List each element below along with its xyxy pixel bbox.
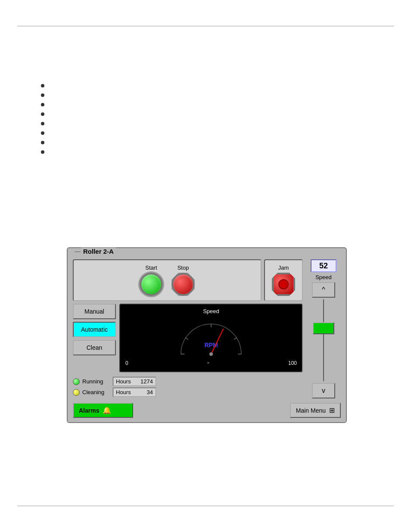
manual-button[interactable]: Manual — [73, 304, 116, 319]
bullet-8 — [41, 150, 44, 154]
bullet-3 — [41, 103, 44, 106]
alarms-label: Alarms — [79, 407, 99, 414]
jam-btn-inner — [278, 279, 289, 289]
running-hours-label: Hours — [116, 378, 131, 385]
start-stop-box: Start Stop — [73, 259, 262, 301]
gauge-max: 100 — [288, 360, 297, 366]
bullet-2 — [41, 93, 44, 97]
start-group: Start — [140, 264, 163, 296]
jam-box: Jam — [264, 259, 303, 301]
svg-point-7 — [209, 352, 213, 356]
status-row: Running Hours 1274 Cleaning Hours 34 — [73, 375, 303, 398]
middle-row: Manual Automatic Clean Speed — [73, 304, 303, 373]
jam-label: Jam — [278, 264, 289, 271]
bullet-7 — [41, 141, 44, 144]
panel-frame: Roller 2-A Start Stop — [67, 247, 347, 423]
gauge-title: Speed — [203, 308, 219, 314]
panel-title-bar: Roller 2-A — [75, 248, 116, 256]
control-panel-wrapper: Roller 2-A Start Stop — [67, 241, 347, 423]
gauge-box: Speed RPM — [119, 304, 303, 373]
main-menu-label: Main Menu — [296, 407, 326, 414]
speed-display: 52 — [311, 259, 336, 272]
slider-line — [323, 299, 324, 381]
running-label: Running — [82, 378, 110, 385]
slider-container — [311, 299, 336, 381]
stop-button[interactable] — [171, 273, 195, 296]
start-label: Start — [145, 264, 157, 271]
jam-button[interactable] — [272, 273, 295, 296]
gauge-scale: 0 ● 100 — [124, 360, 299, 366]
speed-up-button[interactable]: ^ — [312, 282, 335, 298]
running-led — [73, 378, 80, 385]
stop-group: Stop — [171, 264, 195, 296]
svg-line-3 — [185, 338, 188, 339]
bottom-rule — [17, 506, 394, 506]
bullet-list — [41, 84, 44, 160]
start-button[interactable] — [140, 273, 163, 296]
cleaning-hours-box: Hours 34 — [113, 388, 156, 397]
cleaning-hours-label: Hours — [116, 389, 131, 395]
running-hours-box: Hours 1274 — [113, 377, 156, 386]
alarm-icon: 🔔 — [103, 406, 111, 414]
running-status-item: Running Hours 1274 — [73, 377, 303, 386]
speed-label: Speed — [315, 274, 332, 280]
cleaning-led — [73, 389, 80, 396]
right-section: 52 Speed ^ v — [306, 259, 341, 398]
title-line-left — [75, 252, 81, 252]
bullet-4 — [41, 112, 44, 116]
mode-buttons: Manual Automatic Clean — [73, 304, 116, 373]
stop-label: Stop — [177, 264, 189, 271]
clean-button[interactable]: Clean — [73, 340, 116, 355]
left-section: Start Stop Jam — [73, 259, 303, 398]
cleaning-status-item: Cleaning Hours 34 — [73, 388, 303, 397]
cleaning-label: Cleaning — [82, 389, 110, 395]
automatic-button[interactable]: Automatic — [73, 322, 116, 337]
panel-inner: Start Stop Jam — [73, 259, 341, 398]
running-hours-value: 1274 — [140, 378, 153, 385]
menu-icon: ⊞ — [329, 406, 335, 414]
bullet-5 — [41, 122, 44, 125]
cleaning-hours-value: 34 — [147, 389, 153, 395]
alarms-button[interactable]: Alarms 🔔 — [73, 403, 133, 418]
main-menu-button[interactable]: Main Menu ⊞ — [290, 403, 341, 418]
bottom-bar: Alarms 🔔 Main Menu ⊞ — [73, 403, 341, 418]
top-buttons-row: Start Stop Jam — [73, 259, 303, 301]
bullet-1 — [41, 84, 44, 87]
speed-down-button[interactable]: v — [312, 383, 335, 398]
svg-line-4 — [234, 338, 237, 339]
jam-group: Jam — [272, 264, 295, 296]
panel-title: Roller 2-A — [81, 248, 116, 256]
gauge-svg: RPM — [172, 316, 250, 359]
gauge-min: 0 — [125, 360, 128, 366]
slider-thumb[interactable] — [313, 322, 334, 334]
top-rule — [17, 26, 394, 26]
bullet-6 — [41, 131, 44, 135]
